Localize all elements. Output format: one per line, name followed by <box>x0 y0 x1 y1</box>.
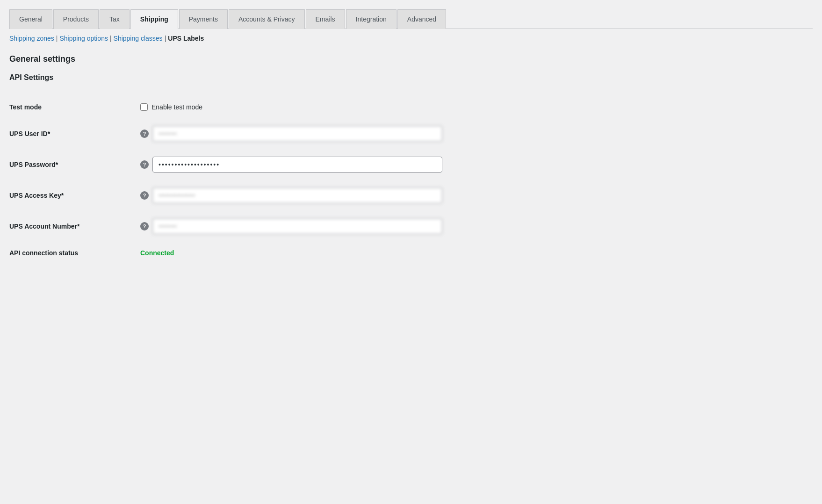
checkbox-test-mode[interactable] <box>140 103 148 111</box>
status-api-connection-status: Connected <box>140 249 174 257</box>
page-wrapper: GeneralProductsTaxShippingPaymentsAccoun… <box>0 0 822 292</box>
checkbox-row-test-mode: Enable test mode <box>140 103 813 111</box>
tab-general[interactable]: General <box>9 9 52 29</box>
field-value-api-connection-status: Connected <box>140 242 813 264</box>
field-label-ups-user-id: UPS User ID* <box>9 118 140 149</box>
input-ups-access-key[interactable] <box>152 187 442 203</box>
input-ups-password[interactable] <box>152 157 442 173</box>
form-row-ups-account-number: UPS Account Number*? <box>9 211 813 242</box>
content-area: General settings API Settings Test modeE… <box>9 50 813 283</box>
tab-advanced[interactable]: Advanced <box>397 9 446 29</box>
help-row-ups-user-id: ? <box>140 126 813 142</box>
tab-integration[interactable]: Integration <box>346 9 397 29</box>
form-row-ups-password: UPS Password*? <box>9 149 813 180</box>
field-label-ups-account-number: UPS Account Number* <box>9 211 140 242</box>
sub-nav-shipping-options[interactable]: Shipping options <box>59 35 108 42</box>
sub-nav-separator: | <box>110 35 112 42</box>
sub-nav-ups-labels: UPS Labels <box>168 35 204 42</box>
field-label-ups-password: UPS Password* <box>9 149 140 180</box>
field-label-test-mode: Test mode <box>9 96 140 118</box>
sub-nav-shipping-zones[interactable]: Shipping zones <box>9 35 54 42</box>
field-value-test-mode: Enable test mode <box>140 96 813 118</box>
form-row-ups-user-id: UPS User ID*? <box>9 118 813 149</box>
general-settings-title: General settings <box>9 54 813 64</box>
tab-payments[interactable]: Payments <box>179 9 228 29</box>
input-ups-user-id[interactable] <box>152 126 442 142</box>
field-label-ups-access-key: UPS Access Key* <box>9 180 140 211</box>
form-table: Test modeEnable test modeUPS User ID*?UP… <box>9 96 813 264</box>
help-icon-ups-account-number[interactable]: ? <box>140 222 149 230</box>
help-icon-ups-user-id[interactable]: ? <box>140 130 149 138</box>
sub-nav-separator: | <box>165 35 166 42</box>
help-icon-ups-access-key[interactable]: ? <box>140 191 149 200</box>
input-ups-account-number[interactable] <box>152 218 442 234</box>
tab-products[interactable]: Products <box>53 9 99 29</box>
checkbox-label-test-mode: Enable test mode <box>151 103 202 111</box>
form-row-ups-access-key: UPS Access Key*? <box>9 180 813 211</box>
form-row-test-mode: Test modeEnable test mode <box>9 96 813 118</box>
help-row-ups-account-number: ? <box>140 218 813 234</box>
sub-nav-shipping-classes[interactable]: Shipping classes <box>114 35 163 42</box>
form-row-api-connection-status: API connection statusConnected <box>9 242 813 264</box>
tabs-bar: GeneralProductsTaxShippingPaymentsAccoun… <box>9 9 813 29</box>
api-settings-title: API Settings <box>9 73 813 82</box>
help-icon-ups-password[interactable]: ? <box>140 160 149 169</box>
field-value-ups-access-key: ? <box>140 180 813 211</box>
field-value-ups-account-number: ? <box>140 211 813 242</box>
sub-nav: Shipping zones | Shipping options | Ship… <box>9 29 813 50</box>
sub-nav-separator: | <box>56 35 58 42</box>
help-row-ups-password: ? <box>140 157 813 173</box>
tab-shipping[interactable]: Shipping <box>130 9 178 29</box>
field-value-ups-user-id: ? <box>140 118 813 149</box>
tab-tax[interactable]: Tax <box>100 9 130 29</box>
tab-accounts-privacy[interactable]: Accounts & Privacy <box>229 9 305 29</box>
field-value-ups-password: ? <box>140 149 813 180</box>
tab-emails[interactable]: Emails <box>306 9 345 29</box>
field-label-api-connection-status: API connection status <box>9 242 140 264</box>
help-row-ups-access-key: ? <box>140 187 813 203</box>
